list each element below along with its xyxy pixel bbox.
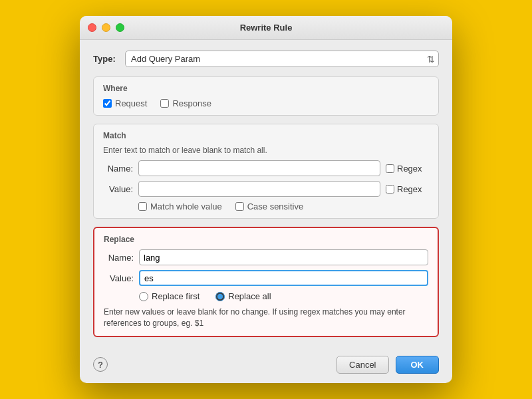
- case-sensitive-checkbox[interactable]: [235, 202, 244, 211]
- match-whole-value-label[interactable]: Match whole value: [138, 201, 222, 211]
- replace-first-label[interactable]: Replace first: [139, 291, 200, 301]
- help-button[interactable]: ?: [93, 357, 108, 372]
- replace-name-input[interactable]: [139, 249, 428, 265]
- titlebar: Rewrite Rule: [80, 16, 452, 40]
- replace-all-radio[interactable]: [215, 292, 225, 301]
- where-row: Request Response: [103, 98, 429, 108]
- cancel-button[interactable]: Cancel: [336, 356, 388, 374]
- replace-section: Replace Name: Value: Replace first Repla…: [93, 227, 439, 337]
- match-whole-value-text: Match whole value: [150, 201, 222, 211]
- request-checkbox[interactable]: [103, 99, 112, 108]
- response-label: Response: [172, 98, 211, 108]
- type-select[interactable]: Add Query Param: [125, 51, 439, 67]
- type-label: Type:: [93, 54, 120, 64]
- match-value-input[interactable]: [138, 181, 380, 197]
- replace-value-row: Value:: [104, 270, 428, 286]
- where-section: Where Request Response: [93, 76, 439, 116]
- response-checkbox[interactable]: [160, 99, 169, 108]
- where-section-title: Where: [103, 84, 429, 93]
- type-row: Type: Add Query Param ⇅: [93, 51, 439, 67]
- type-select-wrapper: Add Query Param ⇅: [125, 51, 439, 67]
- case-sensitive-text: Case sensitive: [247, 201, 304, 211]
- close-button[interactable]: [88, 23, 96, 32]
- replace-section-title: Replace: [104, 235, 428, 244]
- match-value-label: Value:: [103, 184, 133, 194]
- response-checkbox-label[interactable]: Response: [160, 98, 211, 108]
- replace-first-text: Replace first: [152, 291, 200, 301]
- match-name-input[interactable]: [138, 160, 380, 176]
- replace-value-input[interactable]: [139, 270, 428, 286]
- match-whole-value-checkbox[interactable]: [138, 202, 147, 211]
- match-value-regex-label[interactable]: Regex: [386, 184, 429, 194]
- match-hint: Enter text to match or leave blank to ma…: [103, 146, 429, 155]
- match-options-row: Match whole value Case sensitive: [103, 201, 429, 211]
- request-checkbox-label[interactable]: Request: [103, 98, 147, 108]
- replace-name-row: Name:: [104, 249, 428, 265]
- minimize-button[interactable]: [102, 23, 110, 32]
- replace-value-label: Value:: [104, 273, 134, 283]
- match-name-label: Name:: [103, 164, 133, 174]
- footer-buttons: Cancel OK: [336, 356, 439, 374]
- request-label: Request: [115, 98, 147, 108]
- match-section-title: Match: [103, 131, 429, 140]
- radio-row: Replace first Replace all: [104, 291, 428, 301]
- replace-first-radio[interactable]: [139, 292, 148, 301]
- dialog-window: Rewrite Rule Type: Add Query Param ⇅ Whe…: [80, 16, 452, 383]
- match-name-regex-text: Regex: [397, 164, 422, 174]
- dialog-body: Type: Add Query Param ⇅ Where Request Re…: [80, 40, 452, 356]
- case-sensitive-label[interactable]: Case sensitive: [235, 201, 304, 211]
- match-section: Match Enter text to match or leave blank…: [93, 124, 439, 219]
- titlebar-buttons: [88, 23, 124, 32]
- footer: ? Cancel OK: [80, 356, 452, 383]
- dialog-title: Rewrite Rule: [240, 23, 293, 33]
- match-value-regex-checkbox[interactable]: [386, 185, 394, 194]
- replace-all-text: Replace all: [228, 291, 271, 301]
- replace-name-label: Name:: [104, 253, 134, 263]
- match-name-row: Name: Regex: [103, 160, 429, 176]
- replace-all-label[interactable]: Replace all: [215, 291, 271, 301]
- match-value-row: Value: Regex: [103, 181, 429, 197]
- match-value-regex-text: Regex: [397, 184, 422, 194]
- ok-button[interactable]: OK: [396, 356, 440, 374]
- maximize-button[interactable]: [116, 23, 124, 32]
- replace-hint: Enter new values or leave blank for no c…: [104, 307, 428, 329]
- match-name-regex-checkbox[interactable]: [386, 164, 394, 173]
- match-name-regex-label[interactable]: Regex: [386, 164, 429, 174]
